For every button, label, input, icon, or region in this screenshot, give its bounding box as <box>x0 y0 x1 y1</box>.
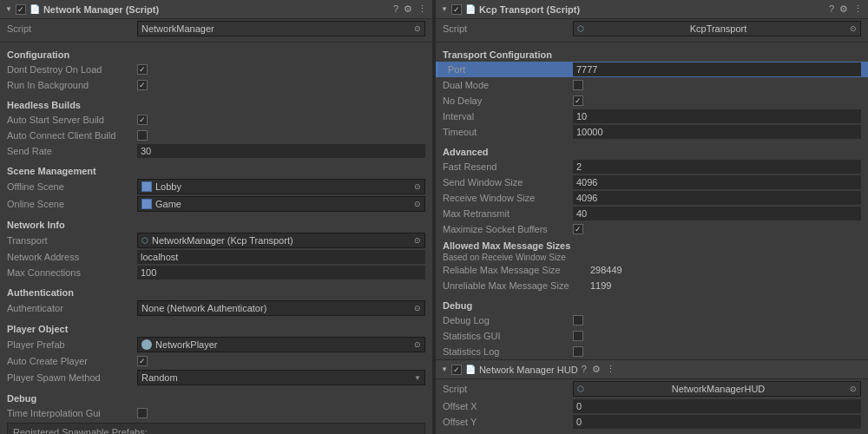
interval-label: Interval <box>443 111 573 122</box>
player-prefab-value[interactable]: NetworkPlayer ⊙ <box>137 337 425 352</box>
allowed-msg-section: Allowed Max Message Sizes Based on Recei… <box>436 237 868 262</box>
hud-script-value-box[interactable]: ⬡ NetworkManagerHUD ⊙ <box>573 381 861 397</box>
timeout-input[interactable] <box>573 125 861 139</box>
dual-mode-checkbox[interactable] <box>573 80 583 90</box>
max-conn-input[interactable] <box>137 266 425 279</box>
interval-input[interactable] <box>573 109 861 123</box>
hud-help-icon[interactable]: ? <box>582 364 587 375</box>
network-addr-row: Network Address <box>0 249 432 265</box>
send-window-input[interactable] <box>573 175 861 189</box>
online-scene-label: Online Scene <box>7 199 137 209</box>
settings-icon-left[interactable]: ⚙ <box>404 3 412 15</box>
network-addr-input[interactable] <box>137 250 425 264</box>
stats-gui-checkbox[interactable] <box>573 331 583 341</box>
send-rate-input[interactable] <box>137 144 425 158</box>
offline-scene-label: Offline Scene <box>7 181 137 192</box>
spawn-method-select[interactable]: Random ▼ <box>137 370 425 385</box>
hud-menu-icon[interactable]: ⋮ <box>606 364 615 375</box>
fold-arrow-right[interactable]: ▼ <box>441 5 448 13</box>
network-info-header: Network Info <box>0 216 432 232</box>
port-label: Port <box>443 64 573 75</box>
offset-y-input[interactable] <box>573 415 861 429</box>
advanced-section-header: Advanced <box>436 143 868 159</box>
network-addr-label: Network Address <box>7 252 137 262</box>
fold-arrow-left[interactable]: ▼ <box>5 5 12 13</box>
offline-scene-text: Lobby <box>155 181 181 192</box>
right-script-value-box[interactable]: ⬡ KcpTransport ⊙ <box>573 21 861 36</box>
auto-start-checkbox[interactable] <box>137 115 148 125</box>
offset-y-label: Offset Y <box>443 417 573 427</box>
player-prefab-label: Player Prefab <box>7 339 137 350</box>
hud-script-row: Script ⬡ NetworkManagerHUD ⊙ <box>436 379 868 398</box>
maximize-socket-checkbox[interactable] <box>573 224 583 234</box>
nm-enabled-checkbox[interactable] <box>16 4 26 15</box>
unreliable-max-value: 1199 <box>590 280 861 291</box>
scene-mgmt-header: Scene Management <box>0 162 432 178</box>
right-header-icons: ? ⚙ ⋮ <box>829 3 863 15</box>
run-bg-checkbox[interactable] <box>137 80 148 90</box>
auto-connect-row: Auto Connect Client Build <box>0 128 432 143</box>
dont-destroy-checkbox[interactable] <box>137 64 148 75</box>
port-row: Port <box>436 62 868 77</box>
authenticator-target[interactable]: ⊙ <box>414 304 421 312</box>
offset-x-label: Offset X <box>443 401 573 411</box>
dont-destroy-row: Dont Destroy On Load <box>0 62 432 77</box>
authenticator-value[interactable]: None (Network Authenticator) ⊙ <box>137 300 425 316</box>
kcp-enabled-checkbox[interactable] <box>451 4 462 15</box>
help-icon-right[interactable]: ? <box>829 3 834 15</box>
offline-scene-target[interactable]: ⊙ <box>414 182 421 191</box>
online-scene-icon <box>141 199 152 209</box>
auto-create-player-checkbox[interactable] <box>137 356 148 366</box>
hud-enabled-checkbox[interactable] <box>451 365 462 375</box>
left-script-value-box[interactable]: NetworkManager ⊙ <box>137 21 425 36</box>
hud-fold-arrow[interactable]: ▼ <box>441 365 448 373</box>
left-script-target-icon[interactable]: ⊙ <box>414 24 421 33</box>
run-bg-row: Run In Background <box>0 77 432 93</box>
transport-text: NetworkManager (Kcp Transport) <box>152 235 293 246</box>
recv-window-input[interactable] <box>573 191 861 205</box>
right-script-value: KcpTransport <box>690 23 747 34</box>
auto-create-player-row: Auto Create Player <box>0 353 432 369</box>
settings-icon-right[interactable]: ⚙ <box>839 3 848 15</box>
left-script-value: NetworkManager <box>141 23 214 34</box>
stats-log-checkbox[interactable] <box>573 346 583 357</box>
online-scene-value[interactable]: Game ⊙ <box>137 196 425 212</box>
spawn-method-arrow: ▼ <box>414 374 421 382</box>
no-delay-checkbox[interactable] <box>573 95 583 106</box>
time-interp-row: Time Interpolation Gui <box>0 405 432 421</box>
hud-script-target[interactable]: ⊙ <box>850 385 857 393</box>
hud-script-value: NetworkManagerHUD <box>672 384 766 394</box>
port-input[interactable] <box>573 62 861 76</box>
left-panel-title: Network Manager (Script) <box>43 4 390 15</box>
transport-value[interactable]: ⬡ NetworkManager (Kcp Transport) ⊙ <box>137 233 425 248</box>
max-retransmit-row: Max Retransmit <box>436 206 868 221</box>
player-prefab-text: NetworkPlayer <box>155 339 218 350</box>
send-window-label: Send Window Size <box>443 177 573 187</box>
transport-label: Transport <box>7 235 137 246</box>
auto-connect-checkbox[interactable] <box>137 130 148 141</box>
player-prefab-row: Player Prefab NetworkPlayer ⊙ <box>0 336 432 353</box>
script-icon-left: 📄 <box>30 4 40 14</box>
transport-target[interactable]: ⊙ <box>414 236 421 245</box>
help-icon-left[interactable]: ? <box>393 3 398 15</box>
no-delay-row: No Delay <box>436 93 868 108</box>
menu-icon-right[interactable]: ⋮ <box>853 3 863 15</box>
hud-script-icon: 📄 <box>465 365 476 374</box>
right-script-target-icon[interactable]: ⊙ <box>850 24 857 33</box>
max-retransmit-input[interactable] <box>573 207 861 220</box>
player-prefab-target[interactable]: ⊙ <box>414 340 421 349</box>
fast-resend-input[interactable] <box>573 160 861 174</box>
menu-icon-left[interactable]: ⋮ <box>418 3 427 15</box>
unreliable-max-label: Unreliable Max Message Size <box>443 280 590 291</box>
debug-log-checkbox[interactable] <box>573 315 583 326</box>
offset-x-input[interactable] <box>573 399 861 413</box>
offset-x-row: Offset X <box>436 398 868 414</box>
offline-scene-value[interactable]: Lobby ⊙ <box>137 179 425 194</box>
offset-y-row: Offset Y <box>436 414 868 430</box>
time-interp-checkbox[interactable] <box>137 408 148 418</box>
online-scene-target[interactable]: ⊙ <box>414 200 421 208</box>
hud-settings-icon[interactable]: ⚙ <box>592 364 601 375</box>
debug-log-label: Debug Log <box>443 315 573 326</box>
recv-window-row: Receive Window Size <box>436 190 868 206</box>
right-script-row: Script ⬡ KcpTransport ⊙ <box>436 19 868 38</box>
